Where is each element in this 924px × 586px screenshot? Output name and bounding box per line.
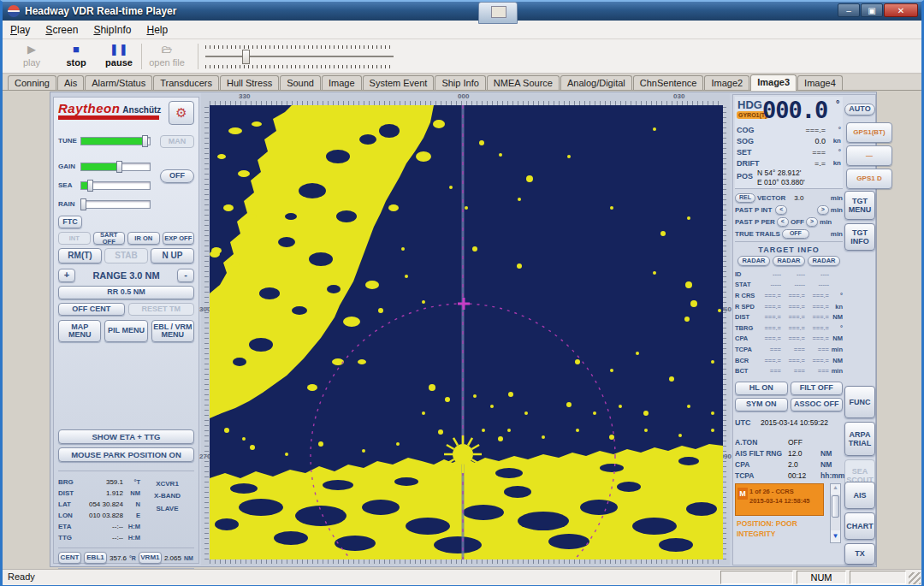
set-drift-source-button[interactable]: — [846,145,892,166]
past-per-prev-button[interactable]: < [777,217,789,227]
ais-button[interactable]: AIS [844,482,875,509]
tab-image[interactable]: Image [322,75,362,90]
tab-analog-digital[interactable]: Analog/Digital [560,75,632,90]
resize-grip[interactable] [909,572,921,584]
sart-off-button[interactable]: SART OFF [93,232,126,245]
ftc-button[interactable]: FTC [58,216,82,228]
show-eta-button[interactable]: SHOW ETA + TTG [58,429,194,444]
ebl-vrm-menu-button[interactable]: EBL / VRM MENU [151,320,194,342]
alert-area: M 1 of 26 - CCRS 2015-03-14 12:58:45 POS… [735,483,843,545]
pause-button[interactable]: ❚❚pause [97,42,141,71]
off-button[interactable]: OFF [160,169,194,183]
tab-image4[interactable]: Image4 [797,75,843,90]
ebl1-button[interactable]: EBL1 [84,552,107,564]
menu-screen[interactable]: Screen [38,21,86,38]
title-bar[interactable]: Headway VDR Real-time Player – ▣ ✕ [3,2,921,21]
man-button[interactable]: MAN [160,135,194,148]
slider-thumb[interactable] [80,198,86,210]
past-per-next-button[interactable]: > [806,217,818,227]
tab-conning[interactable]: Conning [8,75,56,90]
chart-button[interactable]: CHART [844,512,875,540]
radar-ppi-display[interactable] [210,105,723,559]
menu-help[interactable]: Help [139,21,175,38]
menu-shipinfo[interactable]: ShipInfo [86,21,139,38]
tab-system-event[interactable]: System Event [363,75,435,90]
range-increase-button[interactable]: + [58,269,75,282]
gps1-d-button[interactable]: GPS1 D [846,169,892,189]
rel-vector-button[interactable]: REL [735,193,755,203]
n-up-button[interactable]: N UP [151,248,194,263]
func-button[interactable]: FUNC [844,386,875,418]
filt-off-button[interactable]: FILT OFF [791,382,844,395]
exp-off-button[interactable]: EXP OFF [163,232,195,245]
cursor-row-ttg: TTG--:--H:M [58,532,140,543]
reset-tm-button[interactable]: RESET TM [128,303,195,316]
tab-hull-stress[interactable]: Hull Stress [220,75,279,90]
target-value: === [805,344,829,355]
arpa-trial-button[interactable]: ARPA TRIAL [844,422,875,456]
slider-thumb[interactable] [242,50,250,64]
trails-off-button[interactable]: OFF [782,229,809,239]
playback-slider[interactable] [205,44,394,69]
int-button[interactable]: INT [58,232,91,245]
slider-thumb[interactable] [87,180,93,192]
play-button[interactable]: ▶play [9,42,54,71]
play-label: play [23,57,40,68]
tab-ais[interactable]: Ais [57,75,84,90]
toolbar-separator [141,44,142,69]
open-file-button[interactable]: 🗁open file [145,42,189,71]
slider-thumb[interactable] [142,135,148,147]
radar-logo-icon[interactable]: ⚙ [169,101,194,125]
tab-ship-info[interactable]: Ship Info [435,75,485,90]
slider-track[interactable] [80,181,151,190]
off-center-button[interactable]: OFF CENT [58,303,125,316]
alert-scrollbar[interactable]: ▲ ▼ [830,483,841,543]
hdg-value: 000.0 [762,97,827,123]
slider-track[interactable] [205,56,394,57]
stab-button[interactable]: STAB [104,248,148,263]
assoc-off-button[interactable]: ASSOC OFF [791,398,844,411]
tab-nmea-source[interactable]: NMEA Source [487,75,560,90]
slider-track[interactable] [80,200,151,209]
slider-track[interactable] [80,163,151,171]
past-int-prev-button[interactable]: < [775,205,787,215]
close-button[interactable]: ✕ [884,3,918,17]
tx-button[interactable]: TX [844,543,875,565]
cent-button[interactable]: CENT [58,552,81,564]
tgt-menu-button[interactable]: TGT MENU [844,191,875,220]
range-decrease-button[interactable]: - [177,269,194,282]
minimize-button[interactable]: – [838,3,860,17]
gps1-bt-button[interactable]: GPS1(BT) [846,122,892,143]
menu-play[interactable]: Play [3,21,38,38]
maximize-button[interactable]: ▣ [861,3,883,17]
tab-chnsentence[interactable]: ChnSentence [633,75,704,90]
slider-track[interactable] [80,137,151,145]
tab-sound[interactable]: Sound [280,75,321,90]
slider-thumb[interactable] [116,161,122,173]
tgt-info-button[interactable]: TGT INFO [844,223,875,251]
auto-button[interactable]: AUTO [844,104,875,115]
pil-menu-button[interactable]: PIL MENU [104,320,147,342]
hl-on-button[interactable]: HL ON [735,382,788,395]
scroll-thumb[interactable] [832,495,839,518]
stop-button[interactable]: ■stop [54,42,98,71]
vrm1-button[interactable]: VRM1 [139,552,162,564]
target-label: TBRG [735,323,757,334]
rm(t)-button[interactable]: RM(T) [58,248,102,263]
tab-transducers[interactable]: Transducers [153,75,219,90]
tab-image3[interactable]: Image3 [750,74,797,91]
map-menu-button[interactable]: MAP MENU [58,320,101,342]
radar-target-button[interactable]: RADAR [773,256,805,266]
past-int-next-button[interactable]: > [817,205,829,215]
scroll-up-icon[interactable]: ▲ [831,484,840,494]
radar-target-button[interactable]: RADAR [737,256,770,266]
sym-on-button[interactable]: SYM ON [735,398,788,411]
ir-on-button[interactable]: IR ON [127,232,160,245]
mouse-park-button[interactable]: MOUSE PARK POSITION ON [58,447,194,462]
tab-alarm-status[interactable]: Alarm/Status [85,75,152,90]
scroll-down-icon[interactable]: ▼ [831,530,840,542]
tab-image2[interactable]: Image2 [704,75,749,90]
range-rings-button[interactable]: RR 0.5 NM [58,286,194,299]
alert-message[interactable]: M 1 of 26 - CCRS 2015-03-14 12:58:45 [735,483,824,516]
radar-target-button[interactable]: RADAR [808,256,840,266]
